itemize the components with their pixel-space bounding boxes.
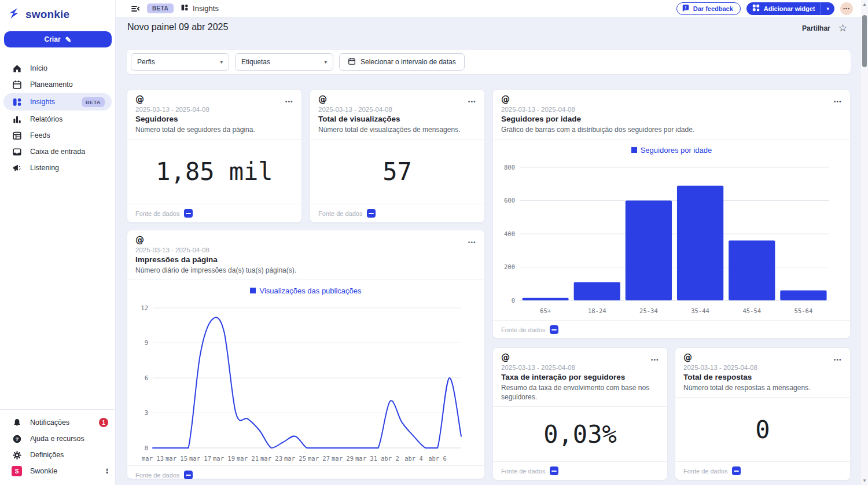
card-menu-button[interactable]: ••• [834,99,842,105]
svg-text:18-24: 18-24 [588,307,606,314]
create-button-label: Criar [45,35,61,43]
favorite-star-icon[interactable]: ☆ [838,23,847,33]
tags-select[interactable]: Etiquetas ▾ [235,53,333,71]
add-widget-button[interactable]: Adicionar widget ▾ [746,2,834,15]
sidebar-item-ajuda[interactable]: ? Ajuda e recursos [0,431,115,447]
threads-icon: @ [318,95,476,104]
calendar-icon [12,79,22,90]
replies-value: 0 [755,416,770,444]
svg-text:mar 13: mar 13 [142,455,164,462]
sidebar-item-notificacoes[interactable]: Notificações 1 [0,414,115,431]
svg-text:mar 17: mar 17 [189,455,211,462]
card-date-range: 2025-03-13 - 2025-04-08 [683,364,842,371]
card-date-range: 2025-03-13 - 2025-04-08 [501,106,842,113]
card-menu-button[interactable]: ••• [651,357,659,363]
scroll-down-arrow[interactable]: ▼ [861,478,868,483]
collapse-sidebar-icon[interactable] [131,4,140,13]
card-menu-button[interactable]: ••• [834,357,842,363]
threads-source-badge[interactable] [550,466,558,475]
sidebar-item-caixa-de-entrada[interactable]: Caixa de entrada [0,144,115,160]
threads-icon: @ [501,95,842,104]
bell-icon [12,417,22,428]
card-title: Seguidores [135,115,293,123]
sidebar-item-label: Planeamento [30,80,73,89]
card-menu-button[interactable]: ••• [285,99,293,105]
workspace-switcher-icon[interactable]: ▴ ▾ [106,468,108,475]
threads-source-badge[interactable] [184,209,193,218]
threads-source-badge[interactable] [184,471,193,479]
feedback-bubble-icon [682,4,690,13]
widget-card-views: @ ••• 2025-03-13 - 2025-04-08 Total de v… [310,89,485,223]
svg-text:mar 29: mar 29 [332,455,354,462]
svg-text:25-34: 25-34 [639,307,658,314]
legend-swatch [250,288,256,293]
sidebar-bottom: Notificações 1 ? Ajuda e recursos Defini… [0,409,115,485]
caret-down-icon: ▾ [324,59,327,65]
card-menu-button[interactable]: ••• [468,99,476,105]
scrollbar-thumb[interactable] [862,15,867,67]
impressions-chart-legend: Visualizações das publicações [127,285,484,296]
add-widget-main[interactable]: Adicionar widget [746,2,821,15]
card-description: Resumo da taxa de envolvimento com base … [501,383,659,402]
sidebar-item-definicoes[interactable]: Definições [0,447,115,463]
svg-text:mar 27: mar 27 [308,455,330,462]
scroll-up-arrow[interactable]: ▲ [861,2,868,7]
swonkie-logo-icon [6,6,21,23]
sidebar-item-label: Ajuda e recursos [30,435,84,443]
sidebar-item-label: Feeds [30,131,50,139]
megaphone-icon [12,163,22,173]
widget-card-impressions: @ ••• 2025-03-13 - 2025-04-08 Impressões… [127,230,485,479]
threads-icon: @ [501,353,659,362]
date-range-button[interactable]: Selecionar o intervalo de datas [339,53,465,71]
card-title: Seguidores por idade [501,115,842,123]
card-description: Gráfico de barras com a distribuição dos… [501,125,842,134]
sidebar-nav: Início Planeamento Insights BETA Relatór… [0,60,115,176]
threads-source-badge[interactable] [550,325,558,334]
notification-count-badge: 1 [99,418,108,427]
threads-source-badge[interactable] [732,466,741,475]
sidebar-item-planeamento[interactable]: Planeamento [0,76,115,93]
more-options-button[interactable]: ••• [840,2,853,15]
card-menu-button[interactable]: ••• [468,240,476,245]
feeds-icon [12,130,22,141]
share-button[interactable]: Partilhar [802,24,830,32]
logo-text: swonkie [25,8,69,21]
help-icon: ? [12,433,22,444]
feedback-button[interactable]: Dar feedback [676,2,741,15]
svg-text:35-44: 35-44 [691,307,709,314]
insights-icon [12,97,22,107]
create-button[interactable]: Criar ✎ [4,31,112,47]
add-widget-dropdown[interactable]: ▾ [821,2,834,15]
card-description: Número total de respostas a mensagens. [683,383,842,392]
threads-icon: @ [135,236,476,245]
data-source-label: Fonte de dados [501,468,545,475]
card-description: Número diário de impressões da(s) tua(s)… [135,266,476,275]
topbar-section-title: Insights [193,4,219,13]
card-description: Número total de visualizações de mensage… [318,125,476,134]
topbar-section: Insights [181,3,219,13]
svg-text:abr 2: abr 2 [381,455,399,462]
logo[interactable]: swonkie [0,0,115,27]
engagement-value: 0,03% [543,420,616,449]
impressions-line-chart: 036912mar 13mar 15mar 17mar 19mar 21mar … [127,296,469,465]
sidebar-item-label: Caixa de entrada [30,148,85,156]
svg-text:600: 600 [504,197,515,204]
sidebar-item-relatorios[interactable]: Relatórios [0,111,115,127]
svg-text:12: 12 [141,304,148,311]
sidebar-item-inicio[interactable]: Início [0,60,115,76]
profiles-select[interactable]: Perfis ▾ [131,53,229,71]
data-source-label: Fonte de dados [683,468,727,475]
sidebar-item-insights[interactable]: Insights BETA [3,93,112,111]
svg-text:abr 4: abr 4 [404,455,423,462]
svg-text:?: ? [15,435,19,442]
threads-source-badge[interactable] [367,209,376,218]
sidebar: swonkie Criar ✎ Início Planeamento Insig… [0,0,116,485]
sidebar-item-workspace[interactable]: S Swonkie ▴ ▾ [0,463,115,479]
svg-text:mar 31: mar 31 [355,455,377,462]
svg-text:0: 0 [512,297,515,304]
sidebar-item-feeds[interactable]: Feeds [0,127,115,144]
sidebar-item-label: Notificações [30,418,69,427]
sidebar-item-listening[interactable]: Listening [0,160,115,176]
svg-text:abr 6: abr 6 [428,455,447,462]
workspace-label: Swonkie [30,467,57,475]
